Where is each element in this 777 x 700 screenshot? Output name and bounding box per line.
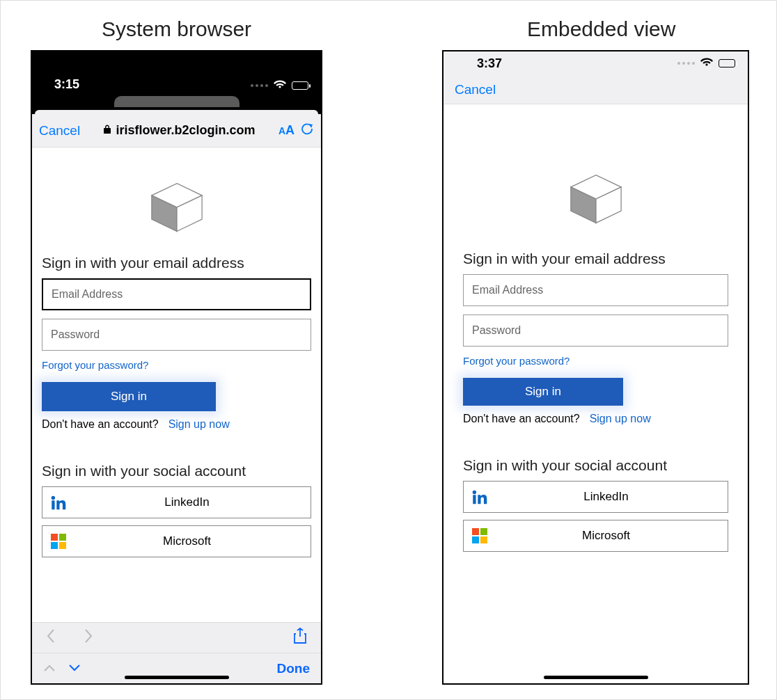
heading-social-signin: Sign in with your social account — [463, 457, 728, 474]
share-icon[interactable] — [293, 628, 307, 649]
done-button[interactable]: Done — [277, 661, 311, 676]
linkedin-icon — [469, 488, 490, 506]
reload-icon[interactable] — [300, 122, 314, 139]
heading-email-signin: Sign in with your email address — [42, 255, 311, 271]
phone-embedded-view: 3:37 Cancel Sign in with your email addr… — [442, 50, 749, 685]
no-account-text: Don't have an account? — [463, 413, 580, 425]
url-text: irisflower.b2clogin.com — [116, 123, 255, 138]
battery-icon — [719, 59, 735, 67]
home-indicator[interactable] — [544, 676, 648, 679]
heading-email-signin: Sign in with your email address — [463, 250, 728, 267]
signup-link[interactable]: Sign up now — [590, 413, 651, 425]
password-field[interactable]: Password — [463, 315, 728, 347]
forward-icon[interactable] — [84, 628, 93, 648]
password-field[interactable]: Password — [42, 319, 311, 351]
text-size-button[interactable]: AA — [278, 123, 295, 138]
status-time: 3:37 — [477, 56, 502, 71]
tab-strip — [32, 96, 321, 110]
social-label: Microsoft — [490, 529, 722, 543]
wifi-icon — [700, 57, 713, 70]
social-microsoft-button[interactable]: Microsoft — [42, 525, 311, 557]
logo-cube-icon — [566, 171, 626, 227]
url-display[interactable]: irisflower.b2clogin.com — [86, 123, 273, 138]
social-microsoft-button[interactable]: Microsoft — [463, 520, 728, 552]
home-indicator[interactable] — [125, 676, 229, 679]
wifi-icon — [274, 79, 286, 92]
forgot-password-link[interactable]: Forgot your password? — [463, 355, 728, 367]
cellular-icon — [251, 84, 268, 87]
status-bar: 3:37 — [444, 51, 748, 75]
browser-toolbar: Done — [32, 622, 321, 683]
forgot-password-link[interactable]: Forgot your password? — [42, 359, 311, 371]
back-icon[interactable] — [46, 628, 56, 648]
nav-bar: Cancel — [444, 75, 748, 104]
heading-social-signin: Sign in with your social account — [42, 463, 311, 479]
cancel-button[interactable]: Cancel — [455, 82, 496, 97]
signup-link[interactable]: Sign up now — [168, 418, 230, 431]
title-embedded-view: Embedded view — [527, 17, 675, 41]
status-bar: 3:15 — [32, 51, 321, 96]
chevron-down-icon[interactable] — [68, 661, 81, 676]
chevron-up-icon[interactable] — [43, 661, 56, 676]
linkedin-icon — [48, 493, 69, 511]
social-label: Microsoft — [69, 534, 305, 548]
signin-page: Sign in with your email address Email Ad… — [444, 104, 748, 552]
microsoft-icon — [48, 534, 69, 549]
signin-button[interactable]: Sign in — [42, 382, 216, 411]
browser-address-bar: Cancel irisflower.b2clogin.com AA — [32, 114, 321, 148]
phone-system-browser: 3:15 Cancel irisflower.b2clogin.com — [31, 50, 322, 685]
social-linkedin-button[interactable]: LinkedIn — [42, 486, 311, 518]
email-field[interactable]: Email Address — [463, 274, 728, 306]
signin-page: Sign in with your email address Email Ad… — [32, 148, 321, 557]
status-indicators — [251, 79, 308, 92]
title-system-browser: System browser — [102, 17, 251, 41]
lock-icon — [103, 125, 111, 136]
logo-cube-icon — [147, 180, 207, 235]
cellular-icon — [677, 62, 695, 65]
social-linkedin-button[interactable]: LinkedIn — [463, 481, 728, 513]
cancel-button[interactable]: Cancel — [39, 123, 80, 138]
email-field[interactable]: Email Address — [42, 278, 311, 310]
social-label: LinkedIn — [69, 495, 305, 509]
social-label: LinkedIn — [490, 490, 722, 504]
microsoft-icon — [469, 528, 490, 543]
status-time: 3:15 — [54, 77, 79, 92]
status-indicators — [677, 57, 735, 70]
no-account-text: Don't have an account? — [42, 418, 159, 431]
signin-button[interactable]: Sign in — [463, 378, 623, 406]
battery-icon — [292, 81, 308, 90]
